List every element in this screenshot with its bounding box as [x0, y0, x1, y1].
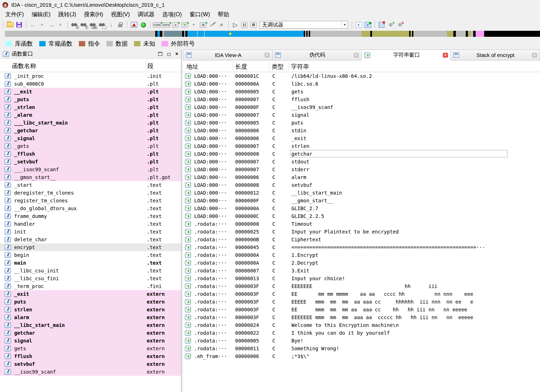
string-row[interactable]: 's'.rodata:···0000000AC1.Encrypt — [183, 251, 540, 259]
string-row[interactable]: 's'LOAD:000···00000006Calarm — [183, 173, 540, 181]
search-immediate-button[interactable]: 101 — [88, 21, 97, 29]
string-row[interactable]: 's'.rodata:···00000013CInput your choice… — [183, 275, 540, 282]
back-history-dropdown[interactable]: ▼ — [38, 21, 46, 29]
add-breakpoint-button[interactable]: + — [387, 21, 395, 29]
forward-history-dropdown[interactable]: ▼ — [56, 21, 65, 29]
string-row[interactable]: 's'LOAD:000···0000000CCGLIBC_2.2.5 — [183, 212, 540, 220]
string-row[interactable]: 's'.rodata:···00000005CBye! — [183, 337, 540, 345]
analysis-indicator[interactable] — [139, 21, 147, 29]
string-row[interactable]: 's'LOAD:000···00000005Cputs — [183, 119, 540, 127]
function-row[interactable]: f_start.text — [0, 181, 181, 189]
open-file-button[interactable] — [6, 21, 14, 29]
debugger-selector[interactable]: 无调试器▼ — [260, 21, 348, 29]
function-row[interactable]: fgetcharextern — [0, 329, 181, 337]
string-row[interactable]: 's'LOAD:000···00000008Cgetchar — [183, 150, 540, 158]
menu-item-6[interactable]: 选项(O) — [158, 10, 186, 19]
string-row[interactable]: 's'.rodata:···00000011CSomething Wrong! — [183, 345, 540, 352]
string-row[interactable]: 's'LOAD:000···0000000ACGLIBC_2.7 — [183, 204, 540, 212]
string-row[interactable]: 's'.rodata:···0000003FCEE mmm mm mm aa a… — [183, 306, 540, 313]
string-row[interactable]: 's'LOAD:000···00000007Cfflush — [183, 96, 540, 103]
function-row[interactable]: finit.text — [0, 228, 181, 236]
function-row[interactable]: f_fflush.plt — [0, 150, 181, 158]
search-text-button[interactable]: T — [79, 21, 88, 29]
function-row[interactable]: f_init_proc.init — [0, 72, 181, 80]
string-row[interactable]: 's'.rodata:···00000007C3.Exit — [183, 267, 540, 275]
save-file-button[interactable] — [15, 21, 23, 29]
string-row[interactable]: 's'LOAD:000···0000000AClibc.so.6 — [183, 80, 540, 88]
produce-pseudocode-button[interactable]: c▶ — [364, 21, 372, 29]
column-header-string[interactable]: 字符串 — [291, 63, 309, 71]
function-row[interactable]: f_setvbuf.plt — [0, 158, 181, 166]
function-row[interactable]: fgetsextern — [0, 345, 181, 352]
column-header-address[interactable]: 地址 — [186, 63, 198, 71]
menu-item-7[interactable]: 窗口(W) — [186, 10, 214, 19]
function-row[interactable]: fencrypt.text — [0, 243, 181, 251]
tab-close-button[interactable]: × — [265, 53, 270, 58]
string-row[interactable]: 's'LOAD:000···00000007Cstrlen — [183, 142, 540, 150]
string-row[interactable]: 's'.rodata:···00000045C=================… — [183, 243, 540, 251]
string-row[interactable]: 's'LOAD:000···00000006Cstdin — [183, 127, 540, 134]
tab-IDA View-A[interactable]: IDA View-A× — [183, 50, 273, 60]
string-row[interactable]: 's'LOAD:000···00000007Cstderr — [183, 166, 540, 173]
function-row[interactable]: f___libc_start_main.plt — [0, 119, 181, 127]
function-row[interactable]: fregister_tm_clones.text — [0, 197, 181, 204]
make-name-button[interactable]: A+ — [171, 21, 180, 29]
make-code-button[interactable]: CODE+ — [153, 21, 161, 29]
function-row[interactable]: f_strlen.plt — [0, 103, 181, 111]
string-row[interactable]: 's'.rodata:···0000003FCEEEEEEE mmm mm mm… — [183, 313, 540, 321]
string-row[interactable]: 's'.rodata:···00000022CI think you can d… — [183, 329, 540, 337]
maximize-panel-button[interactable] — [158, 52, 162, 56]
menu-item-3[interactable]: 搜索(H) — [80, 10, 107, 19]
signature-lock-button[interactable] — [116, 21, 124, 29]
menu-item-1[interactable]: 编辑(E) — [28, 10, 54, 19]
menu-item-8[interactable]: 帮助 — [214, 10, 233, 19]
string-row[interactable]: 's'LOAD:000···0000001CC/lib64/ld-linux-x… — [183, 72, 540, 80]
column-header-type[interactable]: 类型 — [272, 63, 284, 71]
column-header-function-name[interactable]: 函数名称 — [12, 62, 36, 70]
close-panel-button[interactable]: × — [175, 52, 178, 56]
function-row[interactable]: fputsextern — [0, 298, 181, 306]
function-row[interactable]: falarmextern — [0, 313, 181, 321]
function-row[interactable]: fbegin.text — [0, 251, 181, 259]
function-row[interactable]: f__gmon_start__.plt.got — [0, 173, 181, 181]
function-row[interactable]: fsub_4006C0.plt — [0, 80, 181, 88]
string-row[interactable]: 's'.rodata:···0000000BCCiphertext — [183, 236, 540, 243]
debug-start-button[interactable]: ▷ — [231, 21, 239, 29]
function-row[interactable]: f_puts.plt — [0, 96, 181, 103]
function-row[interactable]: f__libc_csu_init.text — [0, 267, 181, 275]
delete-breakpoint-button[interactable]: × — [396, 21, 404, 29]
menu-item-2[interactable]: 跳转(J) — [54, 10, 80, 19]
delete-function-button[interactable]: × — [217, 21, 226, 29]
tab-close-button[interactable]: × — [532, 53, 537, 58]
string-row[interactable]: 's'LOAD:000···00000012C__libc_start_main — [183, 189, 540, 197]
jump-down-button[interactable]: ↓ — [107, 21, 115, 29]
debugger-selector-dropdown-icon[interactable]: ▼ — [341, 21, 348, 28]
string-row[interactable]: 's'LOAD:000···00000005Cgets — [183, 88, 540, 96]
column-header-length[interactable]: 长度 — [235, 63, 247, 71]
function-row[interactable]: f__isoc99_scanfextern — [0, 368, 181, 376]
function-row[interactable]: f_term_proc.fini — [0, 282, 181, 290]
function-row[interactable]: fmain.text — [0, 259, 181, 267]
tab-Stack of encrypt[interactable]: Stack of encrypt× — [451, 50, 540, 60]
function-row[interactable]: f_exitextern — [0, 290, 181, 298]
float-panel-button[interactable] — [167, 53, 170, 56]
function-row[interactable]: f__do_global_dtors_aux.text — [0, 204, 181, 212]
function-row[interactable]: fsignalextern — [0, 337, 181, 345]
function-row[interactable]: f__exit.plt — [0, 88, 181, 96]
string-row[interactable]: 's'LOAD:000···00000008Csetvbuf — [183, 181, 540, 189]
tab-伪代码[interactable]: 伪代码× — [273, 50, 362, 60]
debug-stop-button[interactable] — [249, 21, 258, 29]
make-string-button[interactable]: 's'+ — [180, 21, 189, 29]
search-next-button[interactable]: → — [98, 21, 106, 29]
string-row[interactable]: 's'.rodata:···00000008CTimeout — [183, 220, 540, 228]
function-row[interactable]: fdelete_char.text — [0, 236, 181, 243]
string-row[interactable]: 's'.rodata:···00000025CInput your Plaint… — [183, 228, 540, 236]
tab-close-button[interactable]: × — [354, 53, 359, 58]
problems-list-button[interactable] — [130, 21, 138, 29]
function-row[interactable]: fframe_dummy.text — [0, 212, 181, 220]
string-row[interactable]: 's'LOAD:000···00000007Cstdout — [183, 158, 540, 166]
function-row[interactable]: f__libc_start_mainextern — [0, 321, 181, 329]
function-row[interactable]: f___isoc99_scanf.plt — [0, 166, 181, 173]
string-row[interactable]: 's'LOAD:000···00000007Csignal — [183, 111, 540, 119]
string-row[interactable]: 's'.rodata:···00000024CWelcome to this E… — [183, 321, 540, 329]
